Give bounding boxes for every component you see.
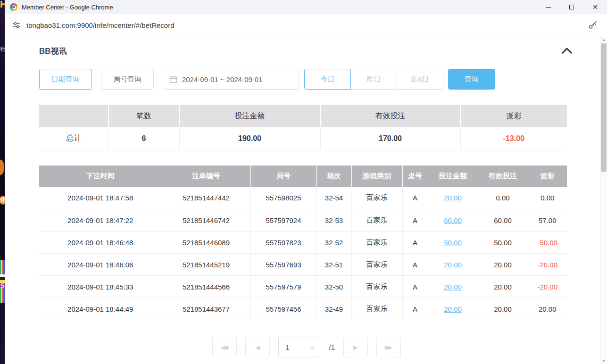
window-title: Member Center - Google Chrome (22, 4, 536, 11)
bet-id-cell: 521851443677 (162, 298, 250, 320)
payout-cell: -20.00 (528, 254, 567, 276)
table-no-cell: A (402, 254, 428, 276)
browser-window: Member Center - Google Chrome ✕ tongbao3… (5, 0, 607, 364)
payout-cell: -50.00 (528, 232, 567, 254)
background-fragment (0, 159, 4, 175)
search-button[interactable]: 查询 (448, 69, 495, 90)
bet-amount-cell: 20.00 (428, 254, 478, 276)
table-no-cell: A (402, 276, 428, 298)
summary-table: 笔数 投注金额 有效投注 派彩 总计 6 190.00 170.00 -13.0… (39, 105, 567, 150)
scrollbar-thumb[interactable] (601, 43, 607, 172)
page-number-select[interactable]: 1 (278, 337, 320, 357)
bet-time-cell: 2024-09-01 18:47:58 (39, 187, 162, 209)
round-cell: 557597823 (250, 232, 316, 254)
today-button[interactable]: 今日 (304, 69, 351, 90)
session-cell: 32-49 (316, 298, 351, 320)
summary-bet: 190.00 (179, 127, 320, 150)
payout-cell: 57.00 (528, 209, 567, 232)
pagination: ◀◀ ◀ 1 /1 ▶ ▶▶ (39, 337, 574, 357)
page-select[interactable]: 1 (278, 337, 320, 357)
summary-valid: 170.00 (320, 127, 460, 150)
bet-amount-cell: 60.00 (428, 209, 478, 232)
window-controls: ✕ (536, 0, 607, 14)
summary-row: 总计 6 190.00 170.00 -13.00 (39, 127, 567, 150)
first-page-button[interactable]: ◀◀ (212, 337, 237, 357)
last-8-days-button[interactable]: 近8日 (397, 69, 443, 90)
date-range-value: 2024-09-01 ~ 2024-09-01 (182, 75, 263, 83)
collapse-section-button[interactable] (560, 47, 574, 56)
col-header-bet: 投注金额 (428, 165, 478, 187)
session-cell: 32-50 (316, 276, 351, 298)
last-page-button[interactable]: ▶▶ (376, 337, 401, 357)
valid-bet-cell: 20.00 (478, 276, 528, 298)
background-fragment: 优 (0, 196, 5, 205)
bet-records-table: 下注时间 注单编号 局号 场次 游戏类别 桌号 投注金额 有效投注 派彩 202… (39, 165, 567, 321)
scroll-up-arrow-icon[interactable]: ▲ (600, 38, 607, 42)
site-settings-icon[interactable] (12, 21, 21, 29)
bet-amount-link[interactable]: 50.00 (444, 239, 462, 247)
scrollbar[interactable]: ▲ ▼ (600, 37, 607, 364)
summary-header-bet: 投注金额 (179, 105, 320, 127)
next-page-icon: ▶ (353, 344, 358, 351)
game-cell: 百家乐 (351, 298, 402, 320)
minimize-button[interactable] (536, 0, 560, 14)
bet-amount-link[interactable]: 20.00 (444, 305, 462, 313)
chevron-up-icon (562, 48, 572, 54)
table-row: 2024-09-01 18:47:22 521851446742 5575979… (39, 209, 567, 232)
session-cell: 32-52 (316, 232, 351, 254)
date-range-input[interactable]: 2024-09-01 ~ 2024-09-01 (163, 69, 299, 90)
bet-record-page: BB视讯 日期查询 局号查询 2024-09-01 ~ 2024-09-01 (5, 36, 607, 357)
col-header-valid: 有效投注 (478, 165, 528, 187)
game-cell: 百家乐 (351, 232, 402, 254)
payout-cell: 20.00 (528, 298, 567, 320)
payout-cell: 0.00 (528, 187, 567, 209)
background-fragment (0, 260, 5, 303)
scroll-down-arrow-icon[interactable]: ▼ (600, 359, 607, 363)
table-no-cell: A (402, 209, 428, 232)
game-cell: 百家乐 (351, 187, 402, 209)
valid-bet-cell: 20.00 (478, 298, 528, 320)
section-title: BB视讯 (39, 46, 67, 57)
round-cell: 557598025 (250, 187, 316, 209)
date-query-tab[interactable]: 日期查询 (39, 69, 92, 90)
window-titlebar[interactable]: Member Center - Google Chrome ✕ (5, 0, 607, 14)
close-button[interactable]: ✕ (583, 0, 607, 14)
round-cell: 557597924 (250, 209, 316, 232)
maximize-button[interactable] (560, 0, 583, 14)
bet-amount-cell: 20.00 (428, 187, 478, 209)
filter-bar: 日期查询 局号查询 2024-09-01 ~ 2024-09-01 今日 昨日 … (39, 69, 574, 90)
bet-amount-cell: 50.00 (428, 232, 478, 254)
table-row: 2024-09-01 18:46:06 521851445219 5575976… (39, 254, 567, 276)
table-no-cell: A (402, 187, 428, 209)
bet-time-cell: 2024-09-01 18:47:22 (39, 209, 162, 232)
session-cell: 32-51 (316, 254, 351, 276)
bet-time-cell: 2024-09-01 18:45:33 (39, 276, 162, 298)
table-no-cell: A (402, 232, 428, 254)
valid-bet-cell: 50.00 (478, 232, 528, 254)
calendar-icon (169, 75, 177, 83)
bet-amount-link[interactable]: 20.00 (444, 194, 462, 202)
col-header-bet-id: 注单编号 (162, 165, 250, 187)
prev-page-button[interactable]: ◀ (245, 337, 270, 357)
password-key-icon[interactable] (588, 20, 598, 30)
table-no-cell: A (402, 298, 428, 320)
bet-amount-cell: 20.00 (428, 298, 478, 320)
valid-bet-cell: 0.00 (478, 187, 528, 209)
quick-date-group: 今日 昨日 近8日 (304, 69, 443, 90)
yesterday-button[interactable]: 昨日 (350, 69, 397, 90)
bet-amount-link[interactable]: 60.00 (444, 216, 462, 224)
round-cell: 557597693 (250, 254, 316, 276)
bet-amount-link[interactable]: 20.00 (444, 261, 462, 269)
url-text[interactable]: tongbao31.com:9900/infe/mcenter/#/betRec… (26, 21, 588, 29)
first-page-icon: ◀◀ (221, 344, 228, 351)
next-page-button[interactable]: ▶ (343, 337, 368, 357)
game-cell: 百家乐 (351, 209, 402, 232)
valid-bet-cell: 20.00 (478, 254, 528, 276)
round-query-tab[interactable]: 局号查询 (101, 69, 154, 90)
bet-amount-link[interactable]: 20.00 (444, 283, 462, 291)
valid-bet-cell: 60.00 (478, 209, 528, 232)
col-header-time: 下注时间 (39, 165, 162, 187)
bet-id-cell: 521851445219 (162, 254, 250, 276)
summary-count: 6 (108, 127, 179, 150)
summary-header-count: 笔数 (108, 105, 179, 127)
